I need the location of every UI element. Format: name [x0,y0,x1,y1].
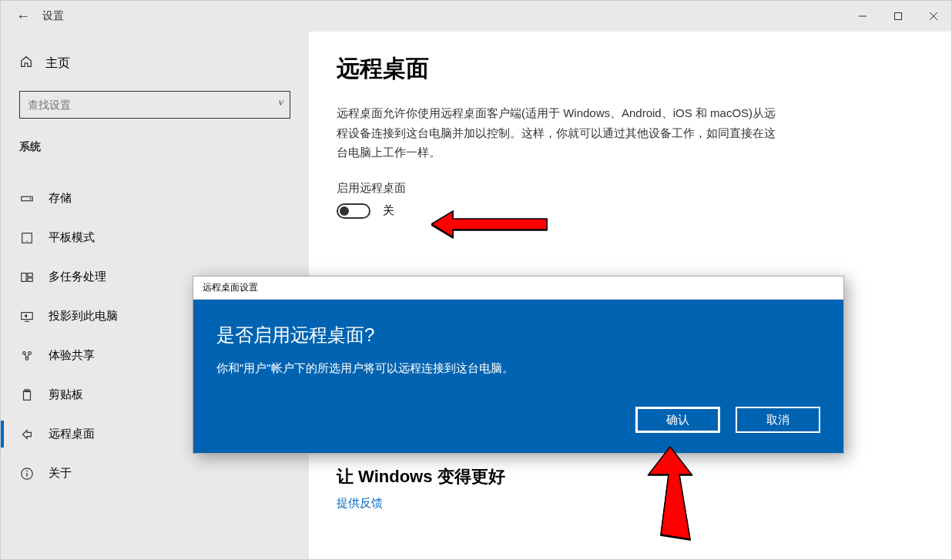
sidebar-item-storage[interactable]: 存储 [1,179,309,218]
minimize-icon [859,12,867,20]
tablet-icon [19,231,35,245]
multitask-icon [19,270,35,284]
svg-point-21 [26,470,28,471]
project-icon [19,310,35,324]
toggle-knob [340,206,349,216]
improve-windows-title: 让 Windows 变得更好 [337,465,924,488]
dialog-title: 是否启用远程桌面? [216,323,820,347]
page-title: 远程桌面 [337,53,924,85]
toggle-state-text: 关 [383,203,394,218]
remote-icon [19,428,35,441]
maximize-icon [894,12,902,20]
sidebar-item-label: 存储 [49,191,72,206]
sidebar-item-label: 关于 [49,466,72,481]
page-description: 远程桌面允许你使用远程桌面客户端(适用于 Windows、Android、iOS… [337,103,783,163]
search-icon: ⱽ [277,99,282,112]
confirm-button[interactable]: 确认 [635,407,720,433]
home-label: 主页 [45,55,70,72]
sidebar-item-about[interactable]: 关于 [1,454,309,493]
minimize-button[interactable] [845,1,880,32]
svg-line-17 [28,354,29,357]
close-button[interactable] [916,1,951,32]
remote-desktop-dialog: 远程桌面设置 是否启用远程桌面? 你和"用户"帐户下的所选用户将可以远程连接到这… [193,276,844,454]
svg-point-15 [25,357,28,360]
svg-rect-8 [22,273,26,281]
svg-rect-10 [28,277,32,281]
titlebar: ← 设置 [1,1,951,32]
share-icon [19,349,35,363]
cancel-button[interactable]: 取消 [736,407,820,433]
search-input[interactable] [28,99,277,111]
dialog-text: 你和"用户"帐户下的所选用户将可以远程连接到这台电脑。 [216,361,820,376]
svg-rect-18 [24,391,31,400]
window-title: 设置 [42,9,64,23]
sidebar-item-label: 平板模式 [49,230,95,245]
svg-rect-1 [895,13,902,20]
sidebar-item-label: 投影到此电脑 [49,309,118,324]
svg-line-16 [25,354,26,357]
sidebar-home[interactable]: 主页 [1,47,309,80]
feedback-link[interactable]: 提供反馈 [337,496,383,511]
storage-icon [19,192,35,206]
clipboard-icon [19,388,35,402]
sidebar-item-tablet[interactable]: 平板模式 [1,218,309,257]
enable-remote-toggle[interactable] [337,203,370,219]
sidebar-item-label: 多任务处理 [49,270,106,284]
category-label: 系统 [1,129,309,160]
svg-point-7 [26,240,27,241]
about-icon [19,467,35,481]
sidebar-item-label: 体验共享 [49,348,95,363]
sidebar-item-label: 剪贴板 [49,387,83,402]
svg-point-5 [30,198,32,200]
dialog-header: 远程桌面设置 [193,277,843,300]
sidebar-item-label: 远程桌面 [49,427,95,441]
search-box[interactable]: ⱽ [19,91,290,119]
maximize-button[interactable] [880,1,916,32]
svg-rect-9 [28,273,32,277]
close-icon [930,12,937,20]
home-icon [19,55,33,72]
enable-remote-label: 启用远程桌面 [337,181,924,196]
back-button[interactable]: ← [16,8,30,25]
